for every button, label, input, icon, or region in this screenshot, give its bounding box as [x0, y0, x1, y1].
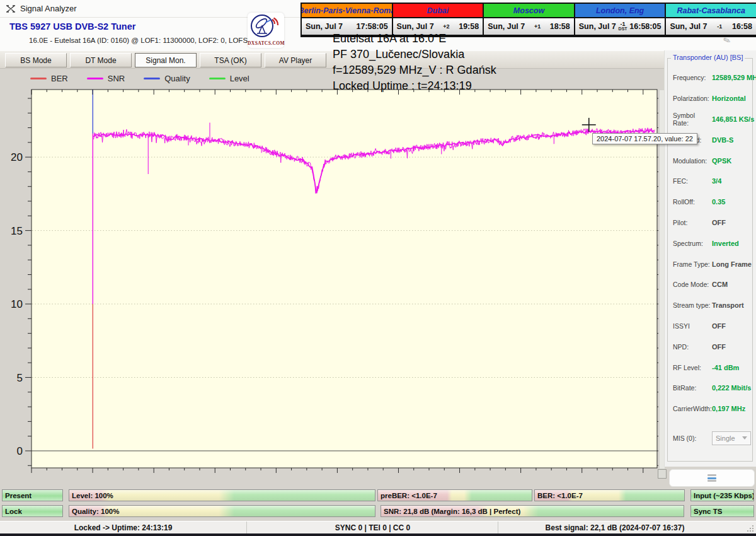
transponder-panel: Transponder (AU) [BS] Frequency:12589,52…: [664, 50, 756, 467]
svg-text:20: 20: [11, 151, 23, 163]
chart-canvas[interactable]: 05101520: [5, 68, 658, 487]
clock-offset-value: +2: [443, 23, 449, 30]
legend-item-ber[interactable]: BER: [30, 74, 68, 83]
transponder-row-label: Frequency:: [673, 74, 712, 81]
transponder-row-rf-level: RF Level:-41 dBm: [673, 357, 751, 378]
clock-city-label: London, Eng: [575, 4, 665, 18]
transponder-row-label: Polarization:: [673, 95, 712, 102]
clock-time: 16:58:05: [629, 22, 661, 31]
transponder-row-value: DVB-S: [712, 136, 733, 144]
gauge-snr-21-8-db-margin-16-3-db-perfect: SNR: 21,8 dB (Margin: 16,3 dB | Perfect): [381, 505, 684, 517]
window-title: Signal Analyzer: [20, 4, 77, 13]
transponder-row-value: 0.35: [712, 198, 725, 206]
tuner-tune-info: 16.0E - Eutelsat 16A (ID: 0160) @ LOF1: …: [29, 37, 263, 44]
clock-city-label: Rabat-Casablanca: [666, 4, 756, 18]
transponder-rows: Frequency:12589,529 MHzPolarization:Hori…: [673, 67, 751, 448]
transponder-row-label: FEC:: [673, 177, 712, 185]
chart-legend: BERSNRQualityLevel: [30, 72, 249, 84]
transponder-row-modulation: Modulation:QPSK: [673, 150, 751, 171]
transponder-row-value: CCM: [712, 281, 728, 288]
transponder-row-value: Inverted: [712, 240, 739, 247]
annotation-line-uptime: Locked Uptime : t=24:13:19: [333, 78, 496, 94]
transponder-row-npd: NPD:OFF: [673, 336, 751, 357]
legend-swatch-quality: [144, 78, 160, 79]
tab-signal-mon[interactable]: Signal Mon.: [135, 53, 197, 67]
transponder-row-label: RF Level:: [673, 364, 712, 371]
transponder-row-value: Long Frame: [712, 260, 752, 268]
clock-offset-value: +1: [534, 23, 541, 30]
status-best-signal: Best signal: 22,1 dB (2024-07-07 16:37): [498, 521, 731, 534]
clock-date: Sun, Jul 7: [488, 22, 525, 31]
resize-grip[interactable]: [747, 525, 754, 532]
gauge-present: Present: [2, 489, 63, 501]
mis-row: MIS (0):Single: [673, 428, 751, 449]
tab-dt-mode[interactable]: DT Mode: [70, 53, 132, 67]
gauge-preber-1-0e-7: preBER: <1.0E-7: [377, 489, 532, 501]
transponder-row-label: CarrierWidth:: [673, 405, 712, 412]
annotation-line-frequency: f=12589,529 MHz_V : R Gdańsk: [333, 62, 496, 78]
tab-bar: BS ModeDT ModeSignal Mon.TSA (OK)AV Play…: [0, 51, 664, 69]
gauge-ber-1-0e-7: BER: <1.0E-7: [534, 489, 685, 501]
clock-rabat-casablanca: Rabat-CasablancaSun, Jul 7-116:58: [665, 4, 756, 36]
transponder-row-label: Frame Type:: [673, 260, 712, 268]
transponder-groupbox: Transponder (AU) [BS] Frequency:12589,52…: [667, 58, 753, 462]
stacked-lines-icon: [707, 474, 716, 482]
clock-time-row: Sun, Jul 7-116:58: [666, 18, 756, 35]
transponder-row-label: Symbol Rate:: [673, 112, 712, 127]
transponder-row-label: NPD:: [673, 343, 712, 351]
legend-swatch-snr: [87, 78, 103, 79]
gauge-sync-ts: Sync TS: [690, 505, 754, 517]
legend-item-level[interactable]: Level: [209, 74, 249, 83]
clock-dst-label: DST: [619, 26, 627, 32]
clock-utc-offset: -1DST: [619, 21, 627, 32]
clock-date: Sun, Jul 7: [579, 22, 616, 31]
signal-chart: BERSNRQualityLevel 05101520 2024-07-07 1…: [5, 68, 658, 487]
transponder-row-value: QPSK: [712, 157, 731, 165]
clock-city-label: Moscow: [484, 4, 574, 18]
clock-time-row: Sun, Jul 7+118:58: [484, 18, 574, 35]
signal-analyzer-app-icon: [6, 4, 16, 14]
legend-item-snr[interactable]: SNR: [87, 74, 125, 83]
transponder-row-stream-type: Stream type:Transport: [673, 295, 751, 316]
scrollbar-corner-box[interactable]: [658, 469, 667, 479]
legend-label: SNR: [108, 74, 125, 83]
transponder-row-label: Spectrum:: [673, 240, 712, 247]
annotation-overlay: Eutelsat 16A at 16.0°E PF 370_Lučenec/Sl…: [333, 31, 496, 94]
transponder-panel-title: Transponder (AU) [BS]: [671, 54, 745, 61]
status-locked-uptime: Locked -> Uptime: 24:13:19: [0, 521, 246, 534]
annotation-line-site: PF 370_Lučenec/Slovakia: [333, 47, 496, 62]
stack-button[interactable]: [669, 469, 755, 487]
svg-text:10: 10: [11, 298, 23, 310]
clock-time: 17:58:05: [357, 22, 388, 31]
tab-tsa-ok[interactable]: TSA (OK): [200, 53, 261, 67]
transponder-row-frequency: Frequency:12589,529 MHz: [673, 67, 751, 88]
clock-time-row: Sun, Jul 7-1DST16:58:05: [575, 18, 665, 35]
legend-item-quality[interactable]: Quality: [144, 74, 190, 83]
mis-select[interactable]: Single: [712, 431, 751, 445]
transponder-row-fec: FEC:3/4: [673, 171, 751, 192]
clock-offset-value: -1: [717, 23, 722, 30]
transponder-row-label: RollOff:: [673, 198, 712, 206]
transponder-row-spectrum: Spectrum:Inverted: [673, 233, 751, 253]
status-sync-counters: SYNC 0 | TEI 0 | CC 0: [246, 521, 498, 534]
gauge-level-100: Level: 100%: [69, 489, 375, 501]
clock-utc-offset: -1: [717, 24, 722, 29]
transponder-row-frame-type: Frame Type:Long Frame: [673, 253, 751, 274]
transponder-row-code-mode: Code Mode:CCM: [673, 274, 751, 295]
mis-label: MIS (0):: [673, 434, 712, 442]
clock-time: 18:58: [550, 22, 570, 31]
tab-av-player[interactable]: AV Player: [265, 53, 326, 67]
transponder-row-label: Pilot:: [673, 219, 712, 226]
transponder-row-pilot: Pilot:OFF: [673, 213, 751, 233]
transponder-row-label: ISSYI: [673, 322, 712, 330]
clock-date: Sun, Jul 7: [397, 22, 434, 31]
chart-tooltip: 2024-07-07 17.57.20, value: 22: [592, 133, 697, 144]
tuner-device-name: TBS 5927 USB DVB-S2 Tuner: [9, 21, 135, 32]
dxsatcs-logo: DXSATCS.COM: [248, 13, 284, 48]
tab-bs-mode[interactable]: BS Mode: [5, 53, 67, 67]
transponder-row-value: 12589,529 MHz: [712, 74, 756, 81]
transponder-row-issyi: ISSYIOFF: [673, 316, 751, 337]
transponder-row-value: 146,851 KS/s: [712, 115, 754, 123]
transponder-row-carrierwidth: CarrierWidth:0,197 MHz: [673, 399, 751, 419]
transponder-row-bitrate: BitRate:0,222 Mbit/s: [673, 378, 751, 399]
